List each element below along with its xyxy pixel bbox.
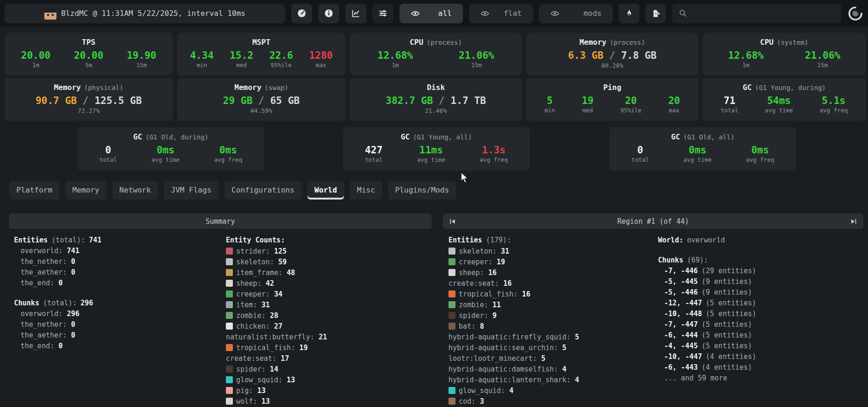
- entity-icon: [226, 323, 233, 330]
- export-button[interactable]: [645, 4, 666, 23]
- stat-value-label: min: [545, 107, 555, 114]
- region-chunks-heading: Chunks(69):: [658, 255, 756, 266]
- chunk-row: -12, -447(5 entities): [658, 298, 756, 309]
- stat-value-number: 20: [668, 95, 680, 106]
- memory-fraction: 29 GB / 65 GB: [177, 95, 345, 106]
- stat-value: 0msavg freq: [746, 145, 774, 163]
- dimension-entity-row: the_end:0: [14, 278, 102, 289]
- tab[interactable]: Misc: [350, 181, 382, 200]
- stat-title: GC(G1 Young, during): [703, 78, 866, 92]
- chart-icon: [351, 8, 361, 18]
- stat-value-number: 20: [620, 95, 641, 106]
- stat-value-number: 15.2: [230, 50, 253, 61]
- stat-value-label: med: [582, 107, 594, 114]
- metrics-gauge-button[interactable]: [291, 4, 312, 23]
- entity-count-row: tropical_fish:16: [448, 289, 579, 299]
- region-next-button[interactable]: [847, 215, 860, 228]
- entity-count-row: chicken:27: [226, 321, 327, 331]
- stat-value-label: 95%ile: [269, 62, 293, 69]
- flame-hot-button[interactable]: [619, 4, 639, 23]
- entity-count-row: pig:13: [226, 385, 327, 396]
- tab[interactable]: Configurations: [224, 181, 301, 200]
- tab-label: Platform: [16, 186, 52, 194]
- region-panel-header: Region #1 (of 44): [443, 214, 863, 229]
- stat-box-disk: Disk 382.7 GB / 1.7 TB 21.46%: [350, 78, 522, 121]
- stat-value: 71total: [721, 95, 738, 114]
- stat-title: CPU(system): [703, 33, 866, 47]
- view-toggle-mods[interactable]: mods: [539, 4, 613, 23]
- stat-value-label: total: [631, 156, 649, 163]
- view-toggle-flat[interactable]: flat: [469, 4, 533, 23]
- entity-count-row: zombie:28: [226, 310, 327, 321]
- chunk-row: -7, -447(5 entities): [658, 319, 756, 330]
- memory-fraction: 6.3 GB / 7.8 GB: [526, 50, 698, 61]
- stat-value: 20.001m: [21, 50, 50, 69]
- stat-box-ping: Ping 5min19med2095%ile20max: [526, 78, 698, 121]
- entity-icon: [448, 258, 455, 265]
- stat-box-cpu-process: CPU(process) 12.68%1m21.06%15m: [350, 33, 522, 76]
- stat-title: TPS: [5, 33, 173, 47]
- stat-value-number: 22.6: [269, 50, 293, 61]
- tab[interactable]: World: [308, 181, 344, 200]
- stat-box-gc-young-all: GC(G1 Young, all) 427total11msavg time1.…: [343, 127, 530, 171]
- stat-box-memory-swap: Memory(swap) 29 GB / 65 GB 44.59%: [177, 78, 345, 121]
- sliders-icon: [378, 8, 388, 18]
- stat-value-label: avg freq: [819, 107, 847, 114]
- spark-logo: [847, 6, 863, 21]
- entity-icon: [226, 312, 233, 319]
- dimension-entity-row: the_aether:0: [14, 267, 102, 278]
- chunk-row: -5, -445(9 entities): [658, 276, 756, 287]
- tab[interactable]: Plugins/Mods: [388, 181, 456, 200]
- stat-values: 427total11msavg time1.3savg freq: [343, 145, 530, 163]
- info-button[interactable]: [318, 4, 339, 23]
- entity-count-row: zombie:11: [448, 299, 579, 310]
- stat-value: 4.34min: [190, 50, 214, 69]
- stat-value-label: total: [365, 156, 383, 163]
- disk-percent: 21.46%: [350, 107, 522, 114]
- mouse-cursor: [460, 172, 470, 184]
- tab[interactable]: Network: [112, 181, 158, 200]
- entity-count-row: lootr:lootr_minecart:5: [448, 353, 579, 364]
- stat-value: 0msavg time: [152, 145, 180, 163]
- stat-title: Ping: [526, 78, 698, 92]
- stat-value-number: 0: [99, 145, 117, 156]
- summary-totals-column: Entities(total):741 overworld:741the_net…: [14, 235, 102, 352]
- search-icon: [679, 9, 687, 18]
- stat-value-number: 12.68%: [378, 50, 413, 61]
- chunk-row: -7, -446(29 entities): [658, 266, 756, 276]
- tab-label: Configurations: [231, 186, 294, 194]
- view-toggle-all[interactable]: all: [399, 4, 463, 23]
- view-toggle-flat-label: flat: [504, 9, 522, 18]
- stat-value-label: 15m: [805, 62, 840, 69]
- stat-box-gc-young-during: GC(G1 Young, during) 71total54msavg time…: [703, 78, 866, 121]
- search-input[interactable]: [672, 4, 841, 23]
- entity-count-row: skeleton:59: [226, 256, 327, 267]
- tab[interactable]: Platform: [9, 181, 59, 200]
- stat-value: 20.005m: [74, 50, 103, 69]
- stat-value-number: 0ms: [214, 145, 242, 156]
- entity-icon: [226, 301, 233, 308]
- entity-count-row: naturalist:butterfly:21: [226, 331, 327, 342]
- chunk-row: -6, -443(4 entities): [658, 362, 756, 373]
- region-entities-heading: Entities(179):: [448, 235, 579, 246]
- filter-sliders-button[interactable]: [372, 4, 393, 23]
- entity-icon: [226, 269, 233, 276]
- stat-value-number: 1280: [309, 50, 333, 61]
- region-previous-button[interactable]: [447, 215, 459, 228]
- eye-icon: [480, 9, 490, 18]
- tab[interactable]: Memory: [65, 181, 106, 200]
- stat-value-label: avg time: [152, 156, 180, 163]
- stat-value-label: total: [99, 156, 117, 163]
- entity-count-row: spider:14: [226, 364, 327, 374]
- entity-count-row: spider:9: [448, 310, 579, 321]
- stat-value-number: 54ms: [765, 95, 793, 106]
- entity-count-row: skeleton:31: [448, 246, 579, 256]
- stat-value-number: 21.06%: [805, 50, 840, 61]
- region-entities-column: Entities(179): skeleton:31creeper:19shee…: [448, 235, 579, 407]
- graph-view-button[interactable]: [345, 4, 366, 23]
- stat-value-label: 1m: [378, 62, 413, 69]
- stat-box-mspt: MSPT 4.34min15.2med22.695%ile1280max: [177, 33, 345, 76]
- tab[interactable]: JVM Flags: [164, 181, 218, 200]
- entity-icon: [448, 301, 455, 308]
- entity-count-row: wolf:13: [226, 396, 327, 407]
